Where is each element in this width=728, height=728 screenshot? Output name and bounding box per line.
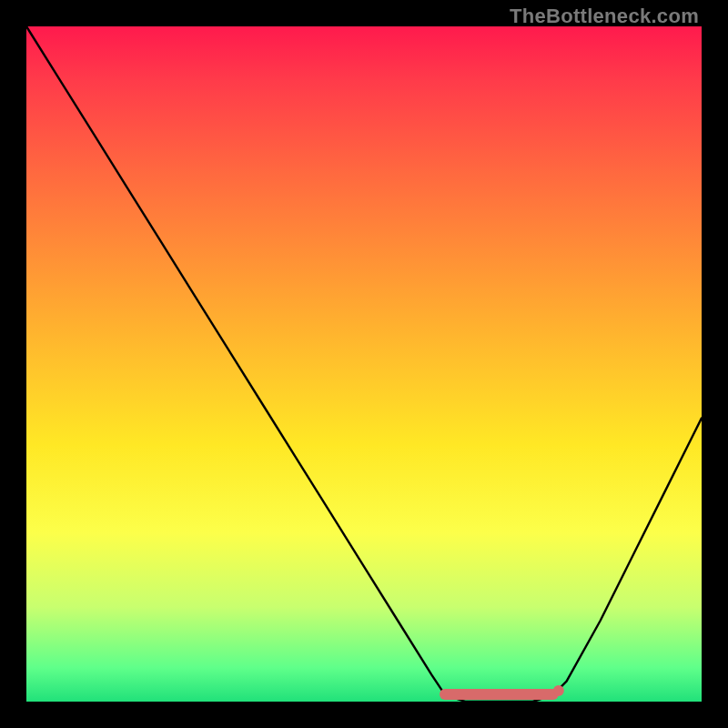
chart-frame: TheBottleneck.com — [0, 0, 728, 728]
plot-area — [26, 26, 702, 702]
bottleneck-curve-line — [26, 26, 702, 702]
chart-svg — [26, 26, 702, 702]
watermark-text: TheBottleneck.com — [510, 5, 699, 28]
optimal-range-end-dot — [553, 685, 564, 696]
